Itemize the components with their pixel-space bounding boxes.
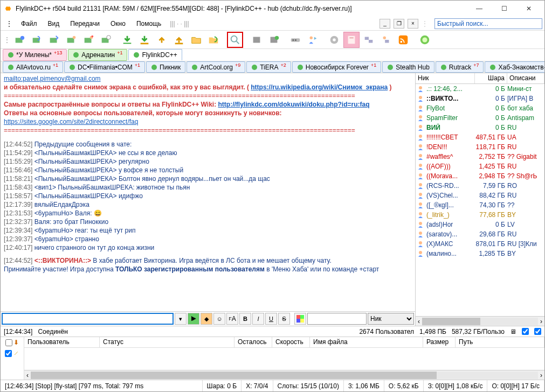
user-row[interactable]: (малино...1,285 ТБBY <box>416 249 544 258</box>
user-icon <box>416 231 425 237</box>
multiline-icon[interactable]: ◆ <box>201 313 212 325</box>
transfer-hscroll[interactable]: ‹› <box>24 370 544 380</box>
user-hscroll[interactable]: ‹› <box>416 316 544 326</box>
handle-icon: ⋮ <box>4 36 10 44</box>
hub-tab[interactable]: TiERA+2 <box>246 61 291 73</box>
user-row[interactable]: (Х)МАКС878,01 ГБRU [3]Кли <box>416 239 544 249</box>
mdi-restore-button[interactable]: ❐ <box>394 19 404 29</box>
hub-connect-icon[interactable] <box>11 32 27 48</box>
strike-button[interactable]: S <box>278 313 290 325</box>
italic-button[interactable]: I <box>252 313 264 325</box>
emoticon-icon[interactable]: ☺ <box>213 313 225 325</box>
favorite-users-icon[interactable] <box>80 32 96 48</box>
minimize-button[interactable]: — <box>467 1 492 17</box>
user-row[interactable]: ((AOF)))1,425 ТБRU <box>416 162 544 171</box>
user-icon <box>416 192 425 199</box>
hub-status-icon <box>151 64 157 71</box>
network-stats-icon[interactable] <box>361 32 377 48</box>
transfer-header[interactable]: Пользователь Статус Осталось Скорость Им… <box>24 337 544 348</box>
recent-hubs-icon[interactable] <box>98 32 114 48</box>
user-row[interactable]: (RCS-RD...7,59 ГБRO <box>416 181 544 191</box>
monitor-icon[interactable]: 🖥 <box>510 328 516 335</box>
finished-uploads-icon[interactable] <box>171 32 187 48</box>
menu-file[interactable]: Файл <box>19 19 39 29</box>
svg-rect-16 <box>253 37 260 43</box>
user-row[interactable]: SpamFilter0 БAntispam <box>416 113 544 123</box>
hub-tab[interactable]: AllAvtovo.ru+1 <box>3 61 63 73</box>
user-row[interactable]: (adsl)Hor0 БLV <box>416 220 544 229</box>
user-filter-input[interactable] <box>307 313 367 325</box>
chat-message-input[interactable] <box>2 313 174 325</box>
mdi-minimize-button[interactable]: _ <box>380 19 390 29</box>
hash-progress-icon[interactable] <box>287 32 303 48</box>
rss-icon[interactable] <box>395 32 411 48</box>
menu-help[interactable]: Помощь <box>134 19 163 29</box>
hub-tab[interactable]: FlylinkDC++ <box>128 49 182 61</box>
quick-search-input[interactable] <box>434 18 542 29</box>
menu-transfers[interactable]: Передачи <box>68 19 102 29</box>
refresh-share-icon[interactable] <box>205 32 222 48</box>
user-row[interactable]: !!!!!!!!СВЕТ487,51 ГБUA <box>416 132 544 142</box>
font-icon[interactable]: FA <box>226 313 238 325</box>
chat-toggle-checkbox[interactable] <box>522 328 529 335</box>
user-row[interactable]: (_litrik_)77,68 ГБBY <box>416 210 544 220</box>
window-tabs-row: *У Милены*+13Адреналин+1FlylinkDC++ <box>1 49 544 61</box>
user-row[interactable]: (VS)Chel...88,42 ГБRU <box>416 191 544 200</box>
settings-icon[interactable] <box>326 32 342 48</box>
user-row[interactable]: (saratov)...29,68 ГБRU <box>416 229 544 239</box>
hub-tab[interactable]: ArtCool.org+9 <box>187 61 245 73</box>
hub-tab[interactable]: Хаб-Знакомств-И-Дру <box>485 61 545 73</box>
send-icon[interactable]: ⯈ <box>188 313 199 325</box>
bold-button[interactable]: B <box>239 313 251 325</box>
color-picker-icon[interactable] <box>294 313 306 325</box>
finished-downloads-icon[interactable] <box>136 32 153 48</box>
hub-reconnect-icon[interactable] <box>29 32 45 48</box>
userlist-toggle-checkbox[interactable] <box>534 328 541 335</box>
user-row[interactable]: ВИЙ0 БRU <box>416 123 544 132</box>
user-row[interactable]: ::ВИКТО...0 Б[ИГРА] В <box>416 94 544 103</box>
upload-groups-checkbox[interactable] <box>5 350 12 357</box>
maximize-button[interactable]: ☐ <box>492 1 516 17</box>
user-row[interactable]: !DEN!!!118,71 ГБRU <box>416 142 544 152</box>
shutdown-icon[interactable] <box>417 32 433 48</box>
chat-log[interactable]: mailto:pavel.pimenov@gmail.com и обязате… <box>1 73 415 311</box>
mdi-close-button[interactable]: × <box>408 19 418 29</box>
user-list-header[interactable]: Ник Шара Описани <box>416 73 544 84</box>
user-row[interactable]: FlyBot0 Ббот хаба <box>416 103 544 113</box>
notepad-icon[interactable] <box>343 32 360 48</box>
user-row[interactable]: #waffles^2,752 ТБ?? Gigabit <box>416 152 544 162</box>
filter-column-select[interactable]: Ник <box>368 313 414 325</box>
public-hubs-icon[interactable] <box>266 32 282 48</box>
search-icon[interactable] <box>227 32 243 48</box>
hub-tab[interactable]: Rutrack+7 <box>436 61 484 73</box>
dropdown-icon[interactable]: ▾ <box>175 313 187 325</box>
menu-view[interactable]: Вид <box>46 19 62 29</box>
app-icon <box>4 4 12 13</box>
download-queue-icon[interactable] <box>119 32 135 48</box>
hub-tab[interactable]: *У Милены*+13 <box>3 49 67 61</box>
adl-search-icon[interactable] <box>249 32 265 48</box>
transfer-list[interactable] <box>24 348 544 370</box>
svg-point-10 <box>107 35 111 39</box>
user-row[interactable]: .:: 12:46, 2...0 БМини-ст <box>416 84 544 94</box>
hub-follow-icon[interactable] <box>46 32 62 48</box>
hub-tab[interactable]: Stealth Hub <box>382 61 434 73</box>
user-list[interactable]: .:: 12:46, 2...0 БМини-ст::ВИКТО...0 Б[И… <box>416 84 544 316</box>
favorite-hubs-icon[interactable] <box>63 32 79 48</box>
hub-tab[interactable]: Новосибирск Forever+1 <box>292 61 381 73</box>
user-row[interactable]: ([_®кgl]...74,30 ГБ?? <box>416 200 544 210</box>
upload-queue-icon[interactable] <box>154 32 170 48</box>
download-groups-checkbox[interactable] <box>5 339 12 346</box>
menu-window[interactable]: Окно <box>108 19 128 29</box>
away-icon[interactable] <box>305 32 321 48</box>
cdmdebug-icon[interactable] <box>378 32 394 48</box>
open-file-icon[interactable] <box>188 32 204 48</box>
hub-tab[interactable]: Адреналин+1 <box>68 49 127 61</box>
user-icon <box>416 115 425 121</box>
user-row[interactable]: ((Morava...2,948 ТБ?? Sh@rЬ <box>416 171 544 181</box>
mailto-link[interactable]: mailto:pavel.pimenov@gmail.com <box>4 75 101 82</box>
close-button[interactable]: ✕ <box>516 1 541 17</box>
hub-tab[interactable]: Пикник <box>146 61 185 73</box>
underline-button[interactable]: U <box>265 313 277 325</box>
hub-tab[interactable]: DC•Filimania•COM+1 <box>64 61 145 73</box>
